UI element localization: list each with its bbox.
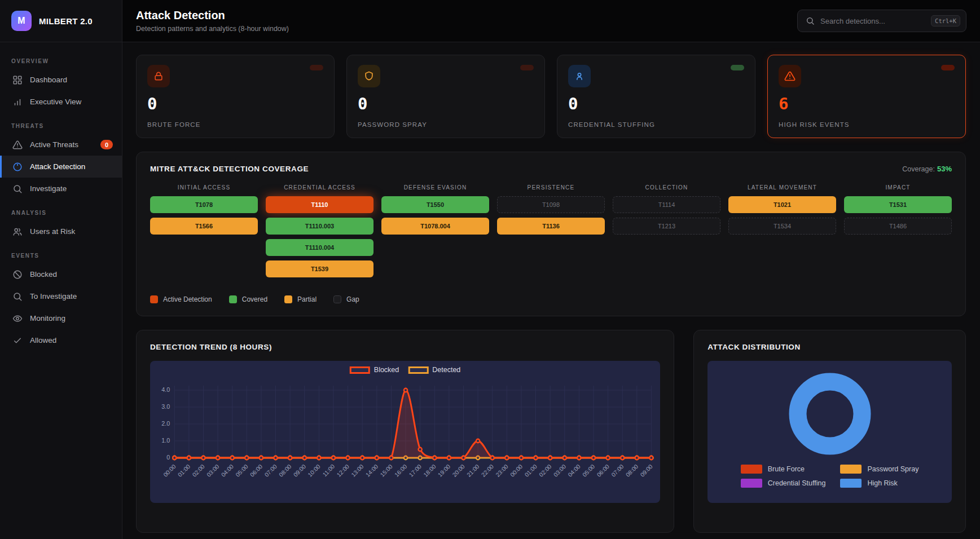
stat-icon-chip <box>358 65 380 87</box>
technique-cell-t1110[interactable]: T1110 <box>266 196 373 213</box>
sidebar-item-label: Active Threats <box>30 140 78 149</box>
grid-icon <box>12 75 23 85</box>
trend-pill <box>520 65 534 70</box>
stat-card-password-spray[interactable]: 0 PASSWORD SPRAY <box>346 55 545 138</box>
sidebar-nav: OVERVIEW Dashboard Executive View THREAT… <box>0 42 122 351</box>
svg-text:09:00: 09:00 <box>292 463 307 478</box>
tactic-label: PERSISTENCE <box>497 184 605 191</box>
stat-value: 6 <box>779 96 955 112</box>
sidebar-section-analysis: ANALYSIS Users at Risk <box>0 200 122 242</box>
sidebar-item-active-threats[interactable]: Active Threats 0 <box>0 134 122 156</box>
detection-circle-icon <box>12 162 23 172</box>
svg-text:18:00: 18:00 <box>423 463 437 478</box>
svg-text:00:00: 00:00 <box>509 463 524 478</box>
technique-cell-t1486[interactable]: T1486 <box>844 218 952 235</box>
svg-text:08:00: 08:00 <box>278 463 293 478</box>
svg-text:17:00: 17:00 <box>408 463 423 478</box>
tactic-column-lateral-movement: LATERAL MOVEMENT T1021 T1534 <box>728 184 836 282</box>
technique-cell-t1136[interactable]: T1136 <box>497 218 605 235</box>
trend-pill <box>731 65 744 70</box>
search-icon <box>806 16 815 25</box>
svg-text:07:00: 07:00 <box>263 463 278 478</box>
distribution-title: ATTACK DISTRIBUTION <box>707 343 952 351</box>
sidebar-item-attack-detection[interactable]: Attack Detection <box>0 156 122 178</box>
technique-cell-t1566[interactable]: T1566 <box>150 218 258 235</box>
stat-value: 0 <box>568 96 744 112</box>
technique-cell-t1078-004[interactable]: T1078.004 <box>381 218 489 235</box>
technique-cell-t1078[interactable]: T1078 <box>150 196 258 213</box>
sidebar-item-executive-view[interactable]: Executive View <box>0 91 122 113</box>
technique-cell-t1550[interactable]: T1550 <box>381 196 489 213</box>
svg-text:04:00: 04:00 <box>567 463 582 478</box>
tactic-column-impact: IMPACT T1531 T1486 <box>844 184 952 282</box>
trend-chart-legend: Blocked Detected <box>350 366 461 374</box>
technique-cell-t1098[interactable]: T1098 <box>497 196 605 213</box>
sidebar-item-label: Dashboard <box>30 76 67 84</box>
app-root: M MILBERT 2.0 OVERVIEW Dashboard Executi… <box>0 0 980 539</box>
coverage-stat: Coverage:53% <box>902 165 952 173</box>
search-input[interactable] <box>820 17 925 25</box>
technique-cell-t1110-004[interactable]: T1110.004 <box>266 239 373 256</box>
technique-cell-t1531[interactable]: T1531 <box>844 196 952 213</box>
svg-text:06:00: 06:00 <box>596 463 610 478</box>
technique-cell-t1021[interactable]: T1021 <box>728 196 836 213</box>
technique-cell-t1534[interactable]: T1534 <box>728 218 836 235</box>
legend-label: High Risk <box>867 479 898 487</box>
sidebar-item-to-investigate[interactable]: To Investigate <box>0 285 122 307</box>
svg-text:04:00: 04:00 <box>220 463 235 478</box>
tactic-column-credential-access: CREDENTIAL ACCESS T1110 T1110.003 T1110.… <box>266 184 373 282</box>
sidebar-item-investigate[interactable]: Investigate <box>0 178 122 200</box>
users-icon <box>12 227 23 237</box>
sidebar-section-label: EVENTS <box>0 242 122 263</box>
sidebar-item-label: Allowed <box>30 336 56 344</box>
technique-cell-t1539[interactable]: T1539 <box>266 260 373 277</box>
stat-card-brute-force[interactable]: 0 BRUTE FORCE <box>136 55 335 138</box>
blocked-icon <box>12 270 23 280</box>
sidebar-item-allowed[interactable]: Allowed <box>0 329 122 351</box>
warning-triangle-icon <box>12 140 23 150</box>
app-logo: M MILBERT 2.0 <box>0 0 122 42</box>
sidebar-item-blocked[interactable]: Blocked <box>0 263 122 285</box>
sidebar-item-dashboard[interactable]: Dashboard <box>0 69 122 91</box>
svg-text:06:00: 06:00 <box>249 463 263 478</box>
stat-card-credential-stuffing[interactable]: 0 CREDENTIAL STUFFING <box>557 55 755 138</box>
sidebar-item-label: Executive View <box>30 98 81 106</box>
svg-text:03:00: 03:00 <box>552 463 567 478</box>
alert-triangle-icon <box>784 70 796 82</box>
lock-icon <box>153 70 164 82</box>
stat-label: HIGH RISK EVENTS <box>779 121 955 128</box>
stat-value: 0 <box>358 96 534 112</box>
svg-text:15:00: 15:00 <box>379 463 394 478</box>
stat-icon-chip <box>779 65 801 87</box>
distribution-legend: Brute Force Password Spray Credential St… <box>741 465 919 488</box>
shortcut-badge: Ctrl+K <box>931 15 960 26</box>
sidebar-item-monitoring[interactable]: Monitoring <box>0 307 122 329</box>
technique-cell-t1110-003[interactable]: T1110.003 <box>266 218 373 235</box>
trend-title: DETECTION TREND (8 HOURS) <box>150 343 660 351</box>
tactic-column-persistence: PERSISTENCE T1098 T1136 <box>497 184 605 282</box>
legend-item-covered: Covered <box>229 295 267 303</box>
sidebar-item-label: Investigate <box>30 184 67 193</box>
sidebar-item-users-at-risk[interactable]: Users at Risk <box>0 220 122 242</box>
sidebar-item-label: Monitoring <box>30 314 65 322</box>
eye-icon <box>12 313 23 324</box>
mitre-header: MITRE ATT&CK DETECTION COVERAGE Coverage… <box>150 165 952 173</box>
bar-chart-icon <box>12 97 23 107</box>
coverage-label: Coverage: <box>902 165 935 173</box>
legend-label: Password Spray <box>867 465 919 473</box>
sidebar-item-label: To Investigate <box>30 292 77 301</box>
search-box[interactable]: Ctrl+K <box>797 10 966 32</box>
svg-text:03:00: 03:00 <box>205 463 220 478</box>
distribution-chart: Brute Force Password Spray Credential St… <box>707 361 952 503</box>
svg-text:2.0: 2.0 <box>161 420 170 427</box>
stat-card-high-risk-events[interactable]: 6 HIGH RISK EVENTS <box>767 55 966 138</box>
technique-cell-t1114[interactable]: T1114 <box>613 196 720 213</box>
page-header-text: Attack Detection Detection patterns and … <box>136 9 289 33</box>
stat-label: PASSWORD SPRAY <box>358 121 534 128</box>
sidebar-section-label: OVERVIEW <box>0 48 122 69</box>
trend-chart: Blocked Detected 01.02.03.04.000:0001:00… <box>150 361 660 503</box>
legend-label: Active Detection <box>163 295 212 303</box>
technique-cell-t1213[interactable]: T1213 <box>613 218 720 235</box>
sidebar-section-label: THREATS <box>0 113 122 134</box>
svg-text:02:00: 02:00 <box>191 463 206 478</box>
